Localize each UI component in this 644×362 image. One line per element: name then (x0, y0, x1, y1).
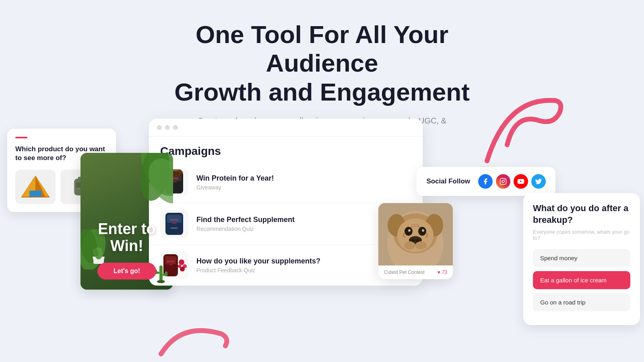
bulldog-svg (378, 203, 453, 265)
svg-point-41 (178, 265, 181, 268)
svg-text:OPS: OPS (169, 264, 172, 266)
twitter-icon[interactable] (531, 174, 546, 189)
heart-icon: ♥ (438, 269, 440, 275)
social-follow-card: Social Follow (417, 167, 555, 196)
campaign-name-1: Win Protein for a Year! (196, 174, 274, 183)
lets-go-button[interactable]: Let's go! (97, 263, 156, 280)
svg-rect-42 (500, 179, 506, 185)
campaign-info-3: How do you like your supplements? Produc… (196, 257, 320, 274)
svg-rect-17 (165, 272, 167, 276)
facebook-icon[interactable] (478, 174, 493, 189)
instagram-icon[interactable] (496, 174, 510, 189)
enter-win-card: Enter to Win! Let's go! (80, 153, 173, 290)
panel-titlebar (149, 119, 423, 137)
poll-accent-bar (15, 137, 27, 138)
quiz-option-1[interactable]: Spend money (533, 249, 630, 267)
quiz-card: What do you do after a breakup? Everyone… (523, 193, 640, 325)
enter-win-background: Enter to Win! Let's go! (80, 153, 173, 290)
hero-title: One Tool For All Your Audience Growth an… (141, 20, 503, 106)
leaf-decoration-1 (131, 153, 173, 213)
campaign-name-2: Find the Perfect Supplement (196, 216, 295, 224)
pet-image (378, 203, 453, 265)
poll-option-tent[interactable] (15, 170, 56, 204)
svg-point-51 (397, 218, 433, 252)
youtube-icon[interactable] (514, 174, 528, 189)
heart-count: 73 (442, 269, 447, 275)
svg-point-18 (157, 280, 165, 283)
campaign-info-1: Win Protein for a Year! Giveaway (196, 174, 274, 191)
campaign-info-2: Find the Perfect Supplement Recommendati… (196, 216, 295, 232)
campaigns-title: Campaigns (149, 137, 423, 162)
campaign-type-3: Product Feedback Quiz (196, 267, 320, 274)
svg-point-38 (179, 259, 184, 265)
enter-win-title: Enter to Win! (80, 221, 173, 255)
campaign-type-1: Giveaway (196, 184, 274, 191)
svg-point-54 (408, 229, 411, 232)
svg-rect-13 (159, 265, 163, 282)
dot-1 (157, 125, 162, 130)
pet-heart-count: ♥ 73 (438, 269, 447, 275)
quiz-option-2[interactable]: Eat a gallon of ice cream (533, 271, 630, 289)
campaign-item-1[interactable]: MYKE OPS Win Protein for a Year! Giveawa… (149, 162, 423, 203)
social-icons-group (478, 174, 546, 189)
campaign-type-2: Recommendation Quiz (196, 226, 295, 232)
svg-rect-2 (29, 191, 41, 197)
panels-container: Which product do you want to see more of… (0, 119, 644, 362)
svg-point-59 (404, 241, 415, 249)
pet-contest-card: Cutest Pet Contest ♥ 73 (378, 203, 453, 279)
quiz-option-3[interactable]: Go on a road trip (533, 293, 630, 311)
svg-point-43 (502, 180, 504, 183)
quiz-subtitle: Everyone copes somehow, whats your go to… (533, 229, 630, 241)
campaign-name-3: How do you like your supplements? (196, 257, 320, 265)
dot-2 (165, 125, 170, 130)
tent-icon (19, 174, 52, 200)
svg-point-44 (504, 179, 505, 180)
pet-contest-label: Cutest Pet Contest (384, 269, 425, 275)
pet-contest-footer: Cutest Pet Contest ♥ 73 (378, 265, 453, 279)
svg-point-60 (415, 241, 427, 249)
social-follow-label: Social Follow (426, 177, 470, 185)
quiz-question: What do you do after a breakup? (533, 203, 630, 226)
svg-point-55 (422, 229, 424, 232)
dot-3 (173, 125, 178, 130)
